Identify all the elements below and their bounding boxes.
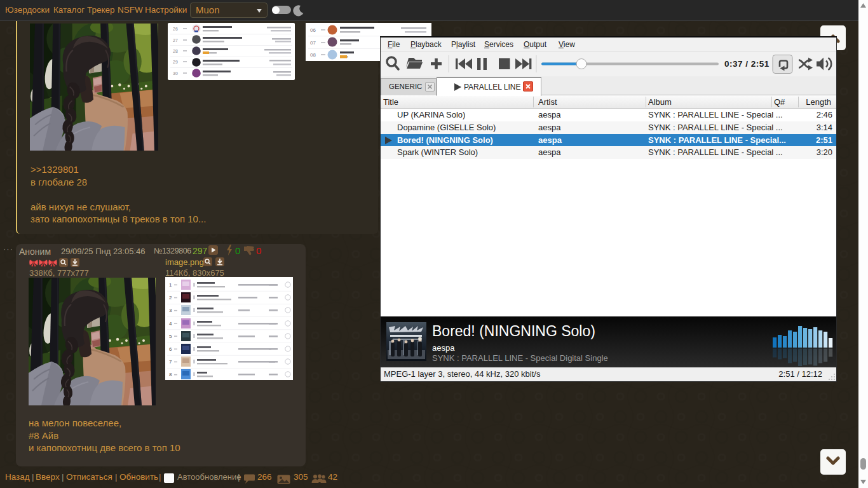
svg-text:30: 30 (173, 71, 178, 76)
svg-text:0:37 / 2:51: 0:37 / 2:51 (724, 59, 770, 69)
svg-text:08: 08 (310, 52, 316, 58)
svg-text:29: 29 (173, 60, 178, 64)
svg-text:06: 06 (310, 27, 316, 33)
svg-text:3: 3 (169, 308, 172, 313)
svg-text:4: 4 (169, 321, 172, 327)
svg-text:07: 07 (310, 40, 316, 46)
svg-text:26: 26 (173, 27, 178, 31)
svg-text:27: 27 (173, 38, 178, 43)
svg-text:8: 8 (169, 372, 172, 377)
svg-text:7: 7 (169, 359, 172, 365)
svg-text:28: 28 (173, 49, 178, 53)
svg-text:1: 1 (169, 282, 172, 288)
svg-text:2: 2 (169, 295, 172, 301)
svg-text:5: 5 (169, 334, 172, 339)
svg-text:6: 6 (169, 346, 172, 352)
